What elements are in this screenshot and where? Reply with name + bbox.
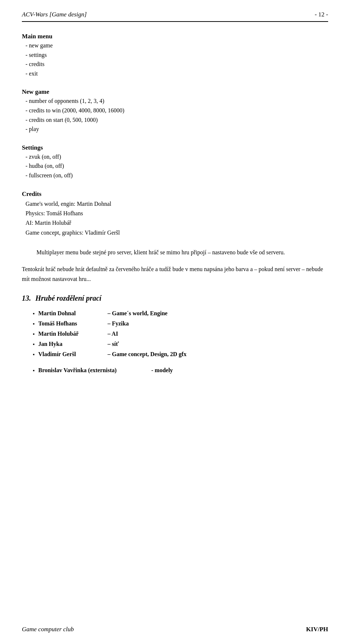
new-game-heading: New game	[22, 88, 328, 96]
list-item: Bronislav Vavřinka (externista) - modely	[33, 365, 328, 375]
credits-section: Credits Game's world, engin: Martin Dohn…	[22, 190, 328, 238]
settings-fullscreen: - fullscreen (on, off)	[26, 171, 328, 180]
bullet-list-extra: Bronislav Vavřinka (externista) - modely	[33, 365, 328, 375]
header-page-number: - 12 -	[315, 11, 328, 18]
bullet-name-2: Martin Holubář	[38, 329, 108, 339]
main-menu-section: Main menu - new game - settings - credit…	[22, 33, 328, 78]
bullet-role-0: – Game´s world, Engine	[108, 308, 167, 319]
settings-section: Settings - zvuk (on, off) - hudba (on, o…	[22, 144, 328, 180]
page: ACV-Wars [Game design] - 12 - Main menu …	[0, 0, 350, 644]
credits-item-world: Game's world, engin: Martin Dohnal	[26, 199, 328, 209]
credits-item-physics: Physics: Tomáš Hofhans	[26, 209, 328, 218]
page-header: ACV-Wars [Game design] - 12 -	[22, 11, 328, 22]
bullet-name-3: Jan Hyka	[38, 339, 108, 349]
menu-item-new-game: - new game	[26, 41, 328, 50]
new-game-credits-win: - credits to win (2000, 4000, 8000, 1600…	[26, 106, 328, 115]
new-game-credits-start: - credits on start (0, 500, 1000)	[26, 115, 328, 125]
menu-item-exit: - exit	[26, 69, 328, 78]
tentokrat-paragraph: Tentokrát hráč nebude hrát defaultně za …	[22, 265, 328, 284]
bullet-name-4: Vladimír Geršl	[38, 349, 108, 359]
credits-item-ai: AI: Martin Holubář	[26, 218, 328, 228]
section-13: 13. Hrubé rozdělení prací Martin Dohnal …	[22, 294, 328, 375]
list-item: Vladimír Geršl – Game concept, Design, 2…	[33, 349, 328, 359]
footer-right: KIV/PH	[306, 626, 328, 633]
main-menu-heading: Main menu	[22, 33, 328, 40]
bullet-name-1: Tomáš Hofhans	[38, 319, 108, 329]
list-item: Martin Dohnal – Game´s world, Engine	[33, 308, 328, 319]
bullet-role-3: – síť	[108, 339, 119, 349]
bullet-name-0: Martin Dohnal	[38, 308, 108, 319]
header-title: ACV-Wars [Game design]	[22, 11, 87, 18]
settings-heading: Settings	[22, 144, 328, 151]
section-13-number: 13.	[22, 294, 31, 302]
page-footer: Game computer club KIV/PH	[22, 626, 328, 633]
section-13-title: Hrubé rozdělení prací	[35, 294, 101, 302]
new-game-play: - play	[26, 124, 328, 134]
list-item: Jan Hyka – síť	[33, 339, 328, 349]
credits-item-concept: Game concept, graphics: Vladimír Geršl	[26, 228, 328, 238]
section-13-heading: 13. Hrubé rozdělení prací	[22, 294, 328, 302]
bullet-list-main: Martin Dohnal – Game´s world, Engine Tom…	[33, 308, 328, 359]
settings-zvuk: - zvuk (on, off)	[26, 152, 328, 162]
settings-hudba: - hudba (on, off)	[26, 161, 328, 171]
menu-item-credits: - credits	[26, 59, 328, 69]
menu-item-settings: - settings	[26, 50, 328, 60]
bullet-role-4: – Game concept, Design, 2D gfx	[108, 349, 186, 359]
bullet-role-1: – Fyzika	[108, 319, 129, 329]
bullet-role-extra-0: - modely	[151, 365, 173, 375]
new-game-section: New game - number of opponents (1, 2, 3,…	[22, 88, 328, 134]
bullet-role-2: – AI	[108, 329, 118, 339]
bullet-name-extra-0: Bronislav Vavřinka (externista)	[38, 365, 151, 375]
list-item: Martin Holubář – AI	[33, 329, 328, 339]
footer-left: Game computer club	[22, 626, 74, 633]
credits-heading: Credits	[22, 190, 328, 198]
multiplayer-paragraph: Multiplayer menu bude stejné pro server,…	[36, 248, 328, 257]
new-game-opponents: - number of opponents (1, 2, 3, 4)	[26, 96, 328, 106]
list-item: Tomáš Hofhans – Fyzika	[33, 319, 328, 329]
